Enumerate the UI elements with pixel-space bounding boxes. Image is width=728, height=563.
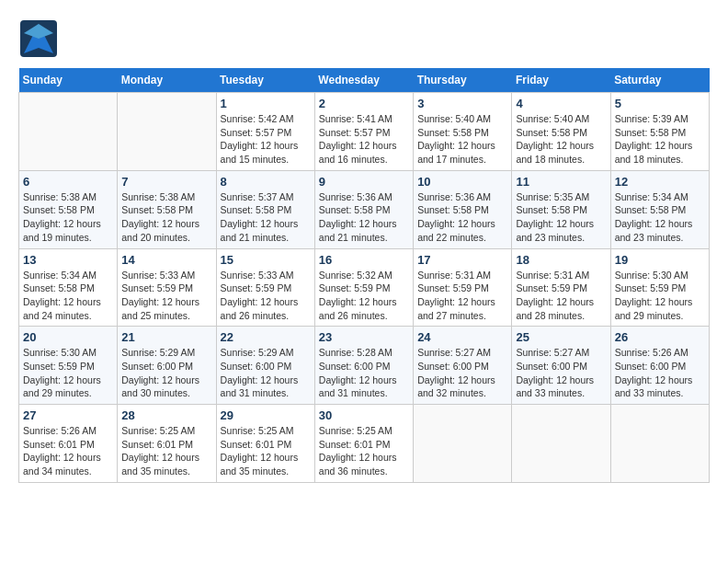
calendar-week-5: 27 Sunrise: 5:26 AM Sunset: 6:01 PM Dayl… — [19, 405, 710, 483]
sunset-text: Sunset: 6:01 PM — [319, 439, 391, 450]
calendar-cell: 4 Sunrise: 5:40 AM Sunset: 5:58 PM Dayli… — [512, 93, 610, 171]
day-number: 11 — [516, 175, 606, 189]
daylight-text: Daylight: 12 hours and 21 minutes. — [319, 218, 397, 243]
sunrise-text: Sunrise: 5:26 AM — [615, 347, 688, 358]
daylight-text: Daylight: 12 hours and 21 minutes. — [221, 218, 299, 243]
calendar-cell: 10 Sunrise: 5:36 AM Sunset: 5:58 PM Dayl… — [414, 170, 512, 248]
calendar-cell: 22 Sunrise: 5:29 AM Sunset: 6:00 PM Dayl… — [216, 327, 314, 405]
sunrise-text: Sunrise: 5:30 AM — [615, 270, 688, 281]
sunrise-text: Sunrise: 5:33 AM — [121, 270, 195, 281]
sunset-text: Sunset: 5:59 PM — [23, 361, 95, 372]
sunset-text: Sunset: 5:58 PM — [23, 282, 95, 293]
day-number: 16 — [319, 253, 409, 267]
day-number: 7 — [121, 175, 211, 189]
day-number: 1 — [221, 97, 311, 110]
calendar-cell: 16 Sunrise: 5:32 AM Sunset: 5:59 PM Dayl… — [314, 248, 413, 327]
daylight-text: Daylight: 12 hours and 27 minutes. — [417, 296, 495, 321]
weekday-header-row: SundayMondayTuesdayWednesdayThursdayFrid… — [19, 68, 710, 93]
day-number: 26 — [615, 330, 705, 344]
sunset-text: Sunset: 6:00 PM — [417, 361, 489, 372]
day-number: 19 — [615, 253, 705, 267]
day-number: 21 — [121, 330, 211, 344]
daylight-text: Daylight: 12 hours and 35 minutes. — [221, 452, 299, 477]
day-number: 4 — [516, 97, 606, 110]
sunrise-text: Sunrise: 5:38 AM — [121, 191, 195, 202]
sunrise-text: Sunrise: 5:42 AM — [221, 113, 294, 124]
daylight-text: Daylight: 12 hours and 23 minutes. — [516, 218, 594, 243]
sunrise-text: Sunrise: 5:35 AM — [516, 191, 589, 202]
daylight-text: Daylight: 12 hours and 15 minutes. — [221, 140, 299, 165]
day-number: 22 — [221, 330, 311, 344]
sunrise-text: Sunrise: 5:29 AM — [221, 347, 294, 358]
sunset-text: Sunset: 5:58 PM — [615, 127, 687, 138]
calendar-cell: 20 Sunrise: 5:30 AM Sunset: 5:59 PM Dayl… — [19, 327, 118, 405]
daylight-text: Daylight: 12 hours and 36 minutes. — [319, 452, 397, 477]
daylight-text: Daylight: 12 hours and 18 minutes. — [615, 140, 693, 165]
weekday-header-thursday: Thursday — [414, 68, 512, 93]
daylight-text: Daylight: 12 hours and 33 minutes. — [516, 374, 594, 399]
sunset-text: Sunset: 5:57 PM — [319, 127, 391, 138]
daylight-text: Daylight: 12 hours and 31 minutes. — [319, 374, 397, 399]
daylight-text: Daylight: 12 hours and 26 minutes. — [319, 296, 397, 321]
calendar-table: SundayMondayTuesdayWednesdayThursdayFrid… — [18, 68, 710, 483]
daylight-text: Daylight: 12 hours and 23 minutes. — [615, 218, 693, 243]
calendar-week-2: 6 Sunrise: 5:38 AM Sunset: 5:58 PM Dayli… — [19, 170, 710, 248]
daylight-text: Daylight: 12 hours and 20 minutes. — [121, 218, 199, 243]
day-number: 30 — [319, 408, 409, 422]
daylight-text: Daylight: 12 hours and 35 minutes. — [121, 452, 199, 477]
calendar-cell: 28 Sunrise: 5:25 AM Sunset: 6:01 PM Dayl… — [118, 405, 216, 483]
calendar-cell: 29 Sunrise: 5:25 AM Sunset: 6:01 PM Dayl… — [216, 405, 314, 483]
sunrise-text: Sunrise: 5:30 AM — [23, 347, 97, 358]
day-number: 2 — [319, 97, 409, 110]
daylight-text: Daylight: 12 hours and 18 minutes. — [516, 140, 594, 165]
sunset-text: Sunset: 6:00 PM — [319, 361, 391, 372]
day-number: 20 — [23, 330, 113, 344]
sunrise-text: Sunrise: 5:38 AM — [23, 191, 97, 202]
calendar-cell: 30 Sunrise: 5:25 AM Sunset: 6:01 PM Dayl… — [314, 405, 413, 483]
sunrise-text: Sunrise: 5:36 AM — [417, 191, 491, 202]
day-number: 3 — [417, 97, 507, 110]
sunset-text: Sunset: 5:58 PM — [121, 204, 193, 215]
sunrise-text: Sunrise: 5:39 AM — [615, 113, 688, 124]
sunrise-text: Sunrise: 5:37 AM — [221, 191, 294, 202]
calendar-cell: 7 Sunrise: 5:38 AM Sunset: 5:58 PM Dayli… — [118, 170, 216, 248]
weekday-header-wednesday: Wednesday — [314, 68, 413, 93]
day-number: 10 — [417, 175, 507, 189]
calendar-cell: 3 Sunrise: 5:40 AM Sunset: 5:58 PM Dayli… — [414, 93, 512, 171]
calendar-cell — [19, 93, 118, 171]
daylight-text: Daylight: 12 hours and 26 minutes. — [221, 296, 299, 321]
sunrise-text: Sunrise: 5:29 AM — [121, 347, 195, 358]
calendar-cell: 27 Sunrise: 5:26 AM Sunset: 6:01 PM Dayl… — [19, 405, 118, 483]
day-number: 18 — [516, 253, 606, 267]
sunset-text: Sunset: 5:59 PM — [221, 282, 292, 293]
sunset-text: Sunset: 5:58 PM — [516, 204, 587, 215]
sunrise-text: Sunrise: 5:25 AM — [121, 425, 195, 436]
sunset-text: Sunset: 5:59 PM — [319, 282, 391, 293]
day-number: 5 — [615, 97, 705, 110]
daylight-text: Daylight: 12 hours and 19 minutes. — [23, 218, 101, 243]
calendar-cell: 21 Sunrise: 5:29 AM Sunset: 6:00 PM Dayl… — [118, 327, 216, 405]
calendar-cell: 6 Sunrise: 5:38 AM Sunset: 5:58 PM Dayli… — [19, 170, 118, 248]
calendar-week-1: 1 Sunrise: 5:42 AM Sunset: 5:57 PM Dayli… — [19, 93, 710, 171]
logo — [18, 18, 63, 59]
day-number: 27 — [23, 408, 113, 422]
sunset-text: Sunset: 5:57 PM — [221, 127, 292, 138]
calendar-cell: 8 Sunrise: 5:37 AM Sunset: 5:58 PM Dayli… — [216, 170, 314, 248]
sunset-text: Sunset: 5:58 PM — [221, 204, 292, 215]
weekday-header-saturday: Saturday — [610, 68, 709, 93]
sunrise-text: Sunrise: 5:32 AM — [319, 270, 392, 281]
calendar-cell: 9 Sunrise: 5:36 AM Sunset: 5:58 PM Dayli… — [314, 170, 413, 248]
day-number: 25 — [516, 330, 606, 344]
daylight-text: Daylight: 12 hours and 33 minutes. — [615, 374, 693, 399]
calendar-cell: 23 Sunrise: 5:28 AM Sunset: 6:00 PM Dayl… — [314, 327, 413, 405]
day-number: 24 — [417, 330, 507, 344]
daylight-text: Daylight: 12 hours and 30 minutes. — [121, 374, 199, 399]
calendar-week-4: 20 Sunrise: 5:30 AM Sunset: 5:59 PM Dayl… — [19, 327, 710, 405]
sunrise-text: Sunrise: 5:26 AM — [23, 425, 97, 436]
calendar-cell: 13 Sunrise: 5:34 AM Sunset: 5:58 PM Dayl… — [19, 248, 118, 327]
sunrise-text: Sunrise: 5:36 AM — [319, 191, 392, 202]
weekday-header-monday: Monday — [118, 68, 216, 93]
sunrise-text: Sunrise: 5:31 AM — [417, 270, 491, 281]
sunrise-text: Sunrise: 5:31 AM — [516, 270, 589, 281]
sunset-text: Sunset: 5:58 PM — [23, 204, 95, 215]
